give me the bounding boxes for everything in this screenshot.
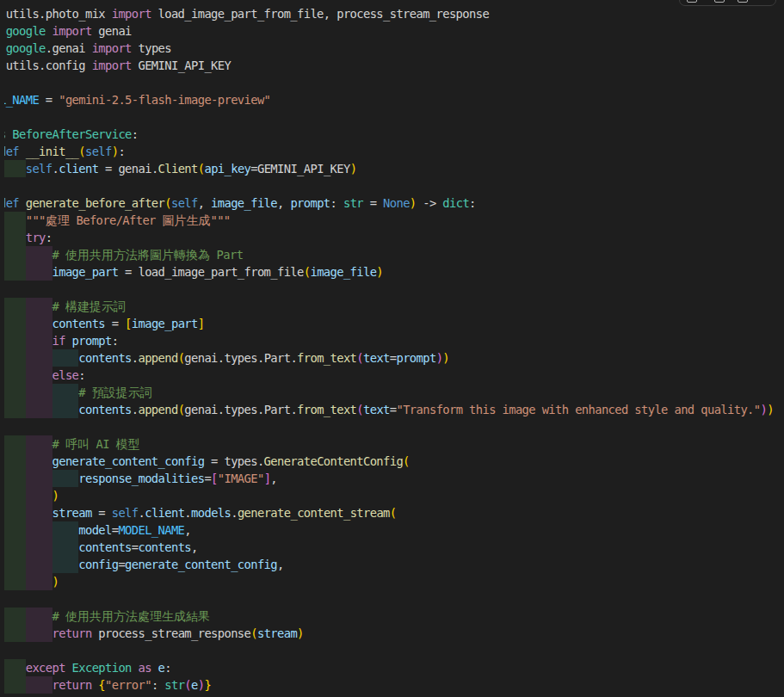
code-token: ( xyxy=(78,145,85,158)
code-token: , xyxy=(191,540,198,554)
code-token: : xyxy=(132,127,139,141)
code-line: else: xyxy=(4,367,774,384)
code-token xyxy=(4,351,79,365)
code-token: text xyxy=(363,351,390,365)
code-token: utils.config xyxy=(6,59,92,72)
code-token: Part xyxy=(210,248,243,262)
toolbar-button-1[interactable] xyxy=(687,0,697,3)
code-token: prompt xyxy=(396,351,435,365)
code-token: "Transform this image with enhanced styl… xyxy=(396,403,760,416)
code-token xyxy=(4,558,79,571)
code-line xyxy=(4,177,774,194)
code-token: import xyxy=(112,7,158,21)
code-token: generate_before_after xyxy=(26,196,165,210)
code-token: # xyxy=(52,609,65,623)
code-token xyxy=(4,678,52,692)
code-token: Before/After xyxy=(70,213,163,227)
code-token xyxy=(4,506,52,520)
code-token: __init__ xyxy=(26,145,79,158)
toolbar-button-3[interactable] xyxy=(738,0,748,3)
code-token xyxy=(4,368,52,382)
code-token: stream xyxy=(52,506,92,520)
code-token: class xyxy=(4,127,13,141)
code-token: = xyxy=(118,558,125,571)
code-token: self xyxy=(112,506,139,520)
code-token: contents xyxy=(138,540,191,554)
code-token: load_image_part_from_file, process_strea… xyxy=(158,7,490,21)
code-token: response_modalities xyxy=(78,472,204,485)
code-token: GEMINI_API_KEY xyxy=(138,59,231,72)
code-area[interactable]: from utils.photo_mix import load_image_p… xyxy=(4,5,774,694)
code-line: contents.append(genai.types.Part.from_te… xyxy=(4,349,774,367)
code-line: ) xyxy=(4,487,774,504)
code-token xyxy=(4,626,52,640)
code-token: from_text xyxy=(297,403,356,416)
code-token xyxy=(4,265,52,279)
code-line: config=generate_content_config, xyxy=(4,556,774,573)
code-token: ) xyxy=(410,196,417,210)
code-token: generate_content_stream xyxy=(238,506,390,520)
code-token: append xyxy=(138,351,177,365)
code-token: ( xyxy=(390,506,397,520)
code-token: str xyxy=(343,196,363,210)
code-token: contents xyxy=(78,540,132,554)
code-token: { xyxy=(98,678,105,692)
code-token: ) xyxy=(442,351,449,365)
code-line: from utils.config import GEMINI_API_KEY xyxy=(4,57,774,74)
code-line: contents = [image_part] xyxy=(4,315,774,332)
code-token: = load_image_part_from_file xyxy=(118,265,303,279)
code-token xyxy=(4,472,79,485)
code-line: stream = self.client.models.generate_con… xyxy=(4,504,774,521)
code-token: ) xyxy=(767,403,774,416)
code-line xyxy=(4,108,774,126)
code-line: # 構建提示詞 xyxy=(4,298,774,315)
code-line: generate_content_config = types.Generate… xyxy=(4,453,774,470)
code-token: else xyxy=(52,368,79,382)
code-token: google xyxy=(6,24,46,38)
code-token: "gemini-2.5-flash-image-preview" xyxy=(59,93,270,107)
code-token: except xyxy=(26,661,72,675)
code-line xyxy=(4,642,774,659)
code-token xyxy=(4,575,52,589)
code-token: """ xyxy=(26,213,46,227)
code-token: e xyxy=(191,678,198,692)
code-token: : xyxy=(112,334,119,348)
code-token: = xyxy=(363,196,383,210)
code-token: . xyxy=(184,506,191,520)
code-line: ) xyxy=(4,573,774,590)
code-token: ( xyxy=(250,626,257,640)
code-token: self xyxy=(171,196,198,210)
code-token: import xyxy=(52,24,99,38)
code-token: image_file xyxy=(211,196,277,210)
code-token: = xyxy=(105,317,125,330)
toolbar-button-2[interactable] xyxy=(714,0,725,3)
code-token: ) xyxy=(52,575,59,589)
code-token: Exception xyxy=(72,661,132,675)
code-token xyxy=(4,334,52,348)
code-line: def generate_before_after(self, image_fi… xyxy=(4,194,774,212)
code-line: contents=contents, xyxy=(4,539,774,556)
code-line: try: xyxy=(4,229,774,246)
code-line xyxy=(4,418,774,435)
code-token: : xyxy=(118,145,125,158)
code-token: , xyxy=(270,472,277,485)
code-token: dict xyxy=(442,196,469,210)
code-token xyxy=(4,609,52,623)
code-token: self xyxy=(26,162,52,176)
code-token: api_key xyxy=(204,162,250,176)
code-token: 預設提示詞 xyxy=(92,386,152,399)
code-token: ) xyxy=(52,489,59,503)
code-token: : xyxy=(78,368,85,382)
code-line: model=MODEL_NAME, xyxy=(4,521,774,539)
code-line: if prompt: xyxy=(4,332,774,349)
code-token: 圖片生成 xyxy=(162,213,210,227)
code-line: """處理 Before/After 圖片生成""" xyxy=(4,212,774,229)
code-token: : xyxy=(164,661,171,675)
code-token: contents xyxy=(78,403,132,416)
code-token xyxy=(4,489,52,503)
code-token xyxy=(4,386,79,399)
code-token xyxy=(4,523,79,537)
code-token: =GEMINI_API_KEY xyxy=(250,162,349,176)
code-token: contents xyxy=(78,351,132,365)
code-token: ( xyxy=(356,403,363,416)
